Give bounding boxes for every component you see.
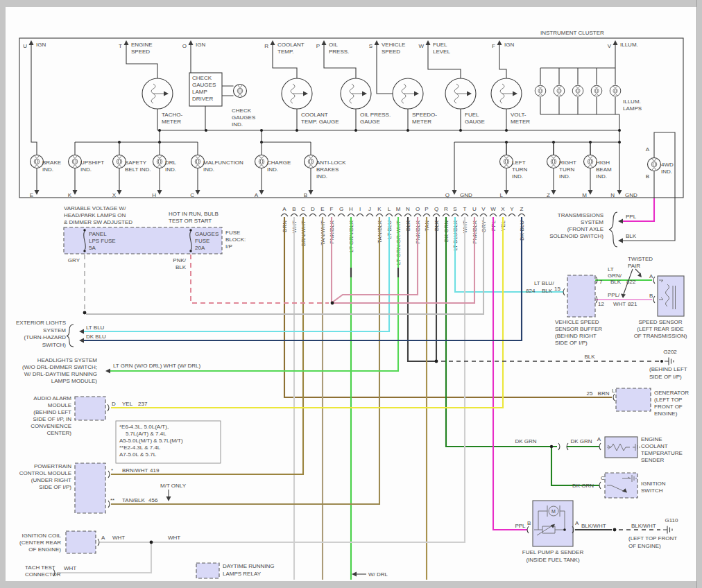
dk-blu-label: DK BLU bbox=[86, 334, 106, 340]
label-line: TACH TEST bbox=[25, 564, 55, 571]
top-pin-S: S bbox=[369, 43, 373, 49]
label-line: HOT IN RUN, BULB bbox=[169, 211, 219, 217]
gauge-label: METER bbox=[412, 119, 431, 125]
indicator-label: UPSHIFT bbox=[80, 159, 104, 166]
label-line: LAMPS RELAY bbox=[223, 571, 262, 577]
cluster-junction-dots bbox=[118, 129, 621, 144]
top-pin-R: R bbox=[264, 43, 268, 49]
illum-lamp bbox=[610, 85, 621, 96]
label-line: GAUGES bbox=[192, 82, 216, 88]
g202-ground-icon bbox=[665, 358, 674, 365]
label-line: **E2-4.3L & 7.4L bbox=[119, 444, 161, 451]
lt-blu-label: LT BLU bbox=[86, 325, 105, 331]
top-pin-P: P bbox=[316, 43, 320, 49]
gnd-left-label: GND bbox=[460, 192, 472, 198]
top-pin-label: SPEED bbox=[382, 49, 400, 55]
label-line: EXTERIOR LIGHTS bbox=[16, 320, 66, 326]
sensor-pin-a: A bbox=[649, 273, 653, 279]
label-line: TWISTED bbox=[628, 256, 653, 262]
connector-pin-H: H bbox=[349, 206, 353, 212]
label-line: A7-5.0L & 5.7L bbox=[119, 451, 157, 458]
wiring-diagram: INSTRUMENT CLUSTER CHECKGAUGESLAMPDRIVER… bbox=[0, 0, 702, 588]
indicator-label: IND. bbox=[512, 173, 523, 180]
generator-wire: BRN bbox=[598, 390, 610, 397]
label-line: OF TRANSMISSION) bbox=[634, 333, 687, 339]
label-line: GENERATOR bbox=[654, 390, 689, 396]
transmissions-brace bbox=[609, 212, 617, 247]
label-line: HEADLIGHTS SYSTEM bbox=[37, 357, 98, 363]
label-line: SWITCH bbox=[641, 487, 663, 494]
indicator-label: BRAKE bbox=[42, 159, 61, 166]
connector-pin-L: L bbox=[388, 206, 391, 212]
g202-id: G202 bbox=[663, 349, 677, 355]
indicator-pin-X: X bbox=[112, 192, 117, 198]
cluster-title: INSTRUMENT CLUSTER bbox=[540, 30, 604, 36]
indicator-label: SAFETY bbox=[125, 159, 147, 166]
indicator-label: BEAM bbox=[596, 166, 612, 173]
top-pin-label: SPEED bbox=[131, 49, 150, 55]
label-line: COOLANT bbox=[641, 443, 668, 449]
sender-pin: A bbox=[597, 436, 601, 442]
connector-pin-K: K bbox=[377, 206, 382, 212]
g110-wire2: BLK/WHT bbox=[631, 523, 656, 529]
pcm-pin1: * bbox=[111, 467, 113, 474]
ground-g202: BLK G202 (BEHIND LEFTSIDE OF I/P) bbox=[584, 349, 687, 380]
cluster-connector-row: ABRNBWHTCBRN/WHTDETAN/WHTFPNK/BLKGHLT GR… bbox=[281, 206, 525, 265]
label-line: A5-5.0L(M/T) & 5.7L(M/T) bbox=[119, 438, 183, 444]
indicator-lamp-L bbox=[500, 155, 513, 168]
fourwd-pin-a: A bbox=[646, 146, 650, 153]
label-line: CONVENIENCE bbox=[31, 423, 71, 429]
label-line: W/ DRL-DAYTIME RUNNING bbox=[24, 371, 97, 377]
label-line: ILLUM. bbox=[623, 98, 641, 105]
engine-coolant-temperature-sender: DK GRN DK GRN A ENGINECOOLANTTEMPERATURE… bbox=[515, 436, 682, 463]
indicator-pin-L: L bbox=[500, 192, 504, 198]
buffer-outa-color: BLK bbox=[610, 279, 622, 285]
label-line: CHECK bbox=[192, 75, 212, 81]
label-line: GAUGES bbox=[232, 114, 255, 121]
indicator-label: LEFT bbox=[512, 159, 526, 166]
gauge-label: VOLT- bbox=[511, 112, 526, 118]
fuelpump-wire-out: BLK/WHT bbox=[581, 523, 606, 529]
label-line: POWERTRAIN bbox=[34, 463, 71, 469]
gauge-label: METER bbox=[162, 119, 181, 125]
label-line: 5.7L(A/T) & 7.4L bbox=[119, 431, 166, 437]
indicator-pin-E: E bbox=[30, 192, 33, 198]
label-line: LAMP bbox=[192, 89, 207, 95]
illum-lamp bbox=[572, 85, 583, 96]
fuse-right-note: HOT IN RUN, BULBTEST OR START bbox=[169, 211, 219, 224]
label-line: (LEFT REAR SIDE bbox=[637, 326, 683, 332]
buffer-in-color: BLK bbox=[542, 288, 553, 294]
trans-ppl-label: PPL bbox=[626, 214, 637, 220]
top-pin-W: W bbox=[418, 43, 424, 49]
top-pin-label: ILLUM. bbox=[620, 42, 638, 48]
top-pin-V: V bbox=[608, 43, 612, 49]
audio-wire: YEL bbox=[122, 401, 133, 407]
illum-lamp bbox=[591, 85, 602, 96]
pcm-circuit2: 456 bbox=[148, 497, 158, 503]
trans-blk-label: BLK bbox=[626, 233, 637, 239]
label-line: FUSE bbox=[225, 230, 240, 236]
label-line: SYSTEM bbox=[43, 327, 66, 334]
gauge-label: FUEL bbox=[465, 112, 479, 118]
label-line: SENSOR BUFFER bbox=[555, 326, 602, 332]
cluster-indicators: EBRAKEIND.KUPSHIFTIND.XSAFETYBELT IND.HD… bbox=[30, 142, 612, 198]
top-pin-label: COOLANT bbox=[277, 42, 305, 48]
sender-wire1: DK GRN bbox=[515, 438, 536, 444]
label-line: DAYTIME RUNNING bbox=[223, 563, 275, 569]
fuelpump-pin-b: B bbox=[527, 520, 531, 526]
fourwd-indicator: A B 4WDIND. bbox=[646, 146, 674, 180]
fuel-pump-and-sender: M PPL B A BLK/WHT FUEL PUMP & SENDER(INS… bbox=[515, 501, 606, 563]
generator-circuit: 25 bbox=[587, 390, 593, 397]
coil-pin: A bbox=[101, 535, 105, 541]
generator: 25 BRN L GENERATOR(LEFT TOPFRONT OFENGIN… bbox=[587, 388, 690, 417]
connector-pin-S: S bbox=[453, 206, 456, 212]
fuelpump-pin-a: A bbox=[575, 520, 579, 526]
label-line: CONTROL MODULE bbox=[19, 470, 71, 476]
top-pin-label: IGN bbox=[504, 42, 514, 48]
label-line: GAUGES bbox=[195, 231, 219, 237]
indicator-pin-K: K bbox=[68, 192, 72, 198]
gry-wire-label: GRY bbox=[68, 257, 80, 263]
gauge-label: TACHO- bbox=[162, 112, 182, 118]
audio-pin: D bbox=[112, 401, 116, 407]
transmissions-system: TRANSMISSIONSSYSTEM(FRONT AXLESOLENOID S… bbox=[549, 212, 637, 247]
